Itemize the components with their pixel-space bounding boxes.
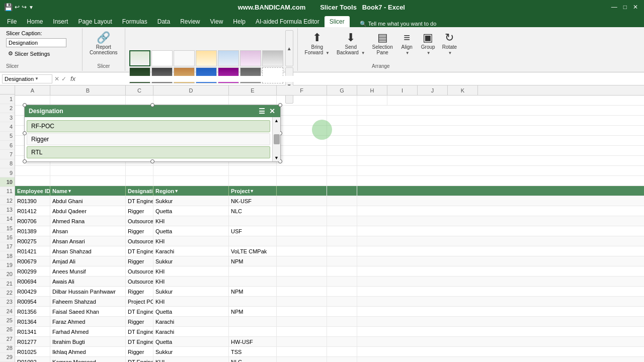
cell-c22[interactable]: DT Engineer — [126, 307, 153, 316]
cell-c9[interactable] — [126, 176, 153, 186]
cell-b11[interactable]: Abdul Ghani — [50, 196, 126, 206]
cell-e25[interactable]: HW-USF — [229, 337, 277, 346]
cell-f23[interactable] — [277, 317, 327, 326]
cell-a18[interactable]: R00299 — [15, 266, 50, 276]
slicer-multiselect-btn[interactable]: ☰ — [258, 107, 266, 115]
cell-e26[interactable]: TSS — [229, 347, 277, 356]
header-employee-id[interactable]: Employee ID ▼ — [15, 186, 50, 196]
cell-f10[interactable] — [277, 186, 327, 196]
cell-d16[interactable]: Karachi — [153, 246, 229, 256]
slicer-item-rtl[interactable]: RTL — [27, 146, 270, 158]
cell-b21[interactable]: Faheem Shahzad — [50, 297, 126, 306]
cell-a22[interactable]: R01356 — [15, 307, 50, 316]
cell-a25[interactable]: R01277 — [15, 337, 50, 346]
tab-formulas[interactable]: Formulas — [117, 16, 152, 27]
tab-view[interactable]: View — [205, 16, 228, 27]
formula-confirm-btn[interactable]: ✓ — [61, 75, 66, 82]
slicer-widget[interactable]: Designation ☰ ✕ RF-POC Rigger RTL ▲ — [24, 105, 281, 162]
slicer-settings-button[interactable]: ⚙ Slicer Settings — [6, 49, 52, 58]
cell-f8[interactable] — [277, 166, 327, 175]
cell-f9[interactable] — [277, 176, 327, 186]
cell-f1[interactable] — [277, 96, 327, 105]
cell-g11[interactable] — [327, 196, 357, 206]
cell-c21[interactable]: Project POC — [126, 297, 153, 306]
cell-b23[interactable]: Faraz Ahmed — [50, 317, 126, 326]
cell-c14[interactable]: Rigger — [126, 226, 153, 236]
cell-d8[interactable] — [153, 166, 229, 175]
cell-a11[interactable]: R01390 — [15, 196, 50, 206]
cell-c16[interactable]: DT Engineer — [126, 246, 153, 256]
cell-e13[interactable] — [229, 216, 277, 226]
cell-e27[interactable]: NLC — [229, 357, 277, 362]
cell-d23[interactable]: Karachi — [153, 317, 229, 326]
tell-me-input[interactable]: 🔍 Tell me what you want to do — [360, 21, 437, 27]
cell-b19[interactable]: Awais Ali — [50, 277, 126, 286]
slicer-scroll-up-btn[interactable]: ▲ — [273, 117, 280, 124]
redo-icon[interactable]: ↪ — [22, 4, 27, 11]
cell-f18[interactable] — [277, 266, 327, 276]
cell-c15[interactable]: Outsource POC — [126, 236, 153, 246]
formula-input[interactable] — [79, 76, 642, 82]
cell-g15[interactable] — [327, 236, 357, 246]
selection-pane-button[interactable]: ▤ SelectionPane — [369, 30, 396, 57]
customize-icon[interactable]: ▼ — [29, 5, 34, 10]
cell-b14[interactable]: Ahsan — [50, 226, 126, 236]
cell-f24[interactable] — [277, 327, 327, 336]
cell-c8[interactable] — [126, 166, 153, 175]
cell-f26[interactable] — [277, 347, 327, 356]
cell-c1[interactable] — [126, 96, 153, 105]
cell-c19[interactable]: Outsource COC — [126, 277, 153, 286]
cell-b13[interactable]: Ahmed Rana — [50, 216, 126, 226]
cell-c17[interactable]: Rigger — [126, 256, 153, 266]
col-header-b[interactable]: B — [50, 85, 126, 96]
cell-b12[interactable]: Abdul Qadeer — [50, 206, 126, 216]
cell-g9[interactable] — [327, 176, 357, 186]
tab-help[interactable]: Help — [228, 16, 251, 27]
maximize-btn[interactable]: □ — [621, 4, 629, 11]
cell-g23[interactable] — [327, 317, 357, 326]
cell-e14[interactable]: USF — [229, 226, 277, 236]
save-icon[interactable]: 💾 — [4, 3, 13, 11]
cell-e12[interactable]: NLC — [229, 206, 277, 216]
cell-d13[interactable]: KHI — [153, 216, 229, 226]
cell-f6[interactable] — [277, 146, 327, 155]
cell-g27[interactable] — [327, 357, 357, 362]
cell-d14[interactable]: Quetta — [153, 226, 229, 236]
cell-d25[interactable]: Quetta — [153, 337, 229, 346]
header-name[interactable]: Name ▼ — [50, 186, 126, 196]
cell-a24[interactable]: R01341 — [15, 327, 50, 336]
close-btn[interactable]: ✕ — [631, 4, 640, 11]
cell-d22[interactable]: Quetta — [153, 307, 229, 316]
undo-icon[interactable]: ↩ — [15, 4, 20, 11]
cell-c12[interactable]: Rigger — [126, 206, 153, 216]
report-connections-button[interactable]: 🔗 ReportConnections — [87, 30, 121, 57]
tab-data[interactable]: Data — [152, 16, 175, 27]
tab-home[interactable]: Home — [22, 16, 48, 27]
slicer-clear-btn[interactable]: ✕ — [268, 107, 276, 115]
style-tile-4[interactable] — [196, 50, 217, 66]
cell-e17[interactable]: NPM — [229, 256, 277, 266]
cell-g5[interactable] — [327, 136, 357, 145]
cell-f21[interactable] — [277, 297, 327, 306]
slicer-item-rf-poc[interactable]: RF-POC — [27, 120, 270, 132]
col-header-h[interactable]: H — [357, 85, 387, 96]
col-header-c[interactable]: C — [126, 85, 153, 96]
cell-e23[interactable] — [229, 317, 277, 326]
cell-f25[interactable] — [277, 337, 327, 346]
slicer-scroll-down-btn[interactable]: ▼ — [273, 154, 280, 161]
cell-e24[interactable] — [229, 327, 277, 336]
tab-insert[interactable]: Insert — [48, 16, 73, 27]
cell-b9[interactable] — [50, 176, 126, 186]
cell-e21[interactable] — [229, 297, 277, 306]
style-tile-1[interactable] — [129, 50, 150, 66]
cell-f15[interactable] — [277, 236, 327, 246]
cell-g10[interactable] — [327, 186, 357, 196]
cell-d27[interactable]: KHI — [153, 357, 229, 362]
cell-d12[interactable]: Quetta — [153, 206, 229, 216]
cell-a21[interactable]: R00954 — [15, 297, 50, 306]
slicer-resize-top[interactable] — [150, 103, 154, 107]
cell-g20[interactable] — [327, 287, 357, 296]
style-tile-6[interactable] — [240, 50, 261, 66]
col-header-g[interactable]: G — [327, 85, 357, 96]
cell-b24[interactable]: Farhad Ahmed — [50, 327, 126, 336]
